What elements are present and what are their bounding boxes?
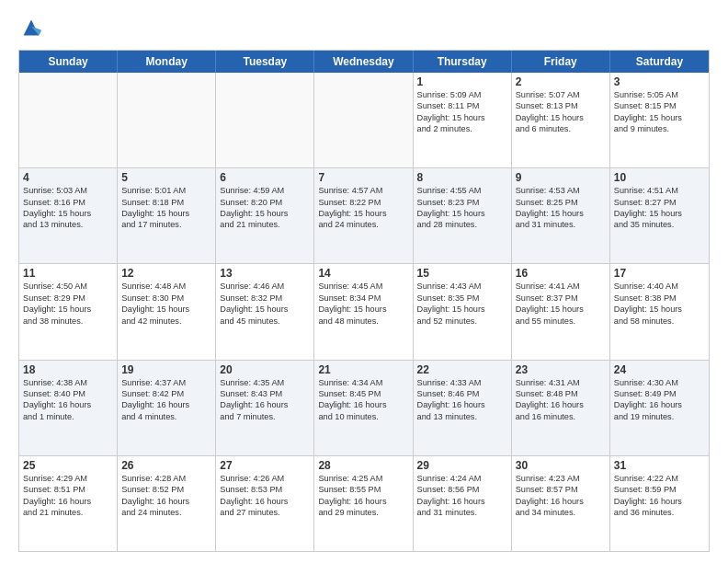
day-number-10: 10 [614, 171, 705, 184]
day-number-30: 30 [516, 459, 606, 472]
day-cell-14: 14Sunrise: 4:45 AM Sunset: 8:34 PM Dayli… [314, 264, 413, 359]
header-day-monday: Monday [118, 51, 216, 73]
cell-info-6: Sunrise: 4:59 AM Sunset: 8:20 PM Dayligh… [220, 185, 310, 231]
day-number-12: 12 [121, 267, 211, 280]
day-cell-10: 10Sunrise: 4:51 AM Sunset: 8:27 PM Dayli… [610, 168, 709, 263]
day-number-8: 8 [417, 171, 507, 184]
day-number-23: 23 [516, 363, 606, 376]
day-cell-20: 20Sunrise: 4:35 AM Sunset: 8:43 PM Dayli… [216, 361, 314, 455]
cell-info-16: Sunrise: 4:41 AM Sunset: 8:37 PM Dayligh… [516, 281, 606, 327]
calendar-row-4: 18Sunrise: 4:38 AM Sunset: 8:40 PM Dayli… [19, 360, 709, 455]
day-cell-13: 13Sunrise: 4:46 AM Sunset: 8:32 PM Dayli… [216, 264, 314, 359]
day-cell-16: 16Sunrise: 4:41 AM Sunset: 8:37 PM Dayli… [512, 264, 610, 359]
day-number-22: 22 [417, 363, 507, 376]
day-number-27: 27 [220, 459, 310, 472]
day-cell-7: 7Sunrise: 4:57 AM Sunset: 8:22 PM Daylig… [314, 168, 413, 263]
cell-info-22: Sunrise: 4:33 AM Sunset: 8:46 PM Dayligh… [417, 377, 507, 423]
cell-info-7: Sunrise: 4:57 AM Sunset: 8:22 PM Dayligh… [318, 185, 408, 231]
cell-info-24: Sunrise: 4:30 AM Sunset: 8:49 PM Dayligh… [614, 377, 705, 423]
header [18, 15, 710, 40]
day-number-24: 24 [614, 363, 705, 376]
day-cell-26: 26Sunrise: 4:28 AM Sunset: 8:52 PM Dayli… [118, 456, 216, 551]
day-cell-12: 12Sunrise: 4:48 AM Sunset: 8:30 PM Dayli… [118, 264, 216, 359]
cell-info-2: Sunrise: 5:07 AM Sunset: 8:13 PM Dayligh… [516, 89, 606, 135]
calendar-row-5: 25Sunrise: 4:29 AM Sunset: 8:51 PM Dayli… [19, 455, 709, 551]
day-cell-30: 30Sunrise: 4:23 AM Sunset: 8:57 PM Dayli… [512, 456, 610, 551]
day-number-4: 4 [23, 171, 113, 184]
day-number-6: 6 [220, 171, 310, 184]
cell-info-4: Sunrise: 5:03 AM Sunset: 8:16 PM Dayligh… [23, 185, 113, 231]
calendar-row-1: 1Sunrise: 5:09 AM Sunset: 8:11 PM Daylig… [19, 73, 709, 167]
header-day-wednesday: Wednesday [314, 51, 413, 73]
empty-cell [118, 73, 216, 167]
day-cell-3: 3Sunrise: 5:05 AM Sunset: 8:15 PM Daylig… [610, 73, 709, 167]
day-number-25: 25 [23, 459, 113, 472]
logo [18, 15, 48, 40]
day-number-20: 20 [220, 363, 310, 376]
cell-info-10: Sunrise: 4:51 AM Sunset: 8:27 PM Dayligh… [614, 185, 705, 231]
cell-info-31: Sunrise: 4:22 AM Sunset: 8:59 PM Dayligh… [614, 473, 705, 519]
day-number-14: 14 [318, 267, 408, 280]
day-cell-4: 4Sunrise: 5:03 AM Sunset: 8:16 PM Daylig… [19, 168, 118, 263]
day-cell-29: 29Sunrise: 4:24 AM Sunset: 8:56 PM Dayli… [414, 456, 512, 551]
cell-info-18: Sunrise: 4:38 AM Sunset: 8:40 PM Dayligh… [23, 377, 113, 423]
day-number-26: 26 [121, 459, 211, 472]
day-cell-19: 19Sunrise: 4:37 AM Sunset: 8:42 PM Dayli… [118, 361, 216, 455]
day-cell-23: 23Sunrise: 4:31 AM Sunset: 8:48 PM Dayli… [512, 361, 610, 455]
cell-info-15: Sunrise: 4:43 AM Sunset: 8:35 PM Dayligh… [417, 281, 507, 327]
cell-info-25: Sunrise: 4:29 AM Sunset: 8:51 PM Dayligh… [23, 473, 113, 519]
day-cell-25: 25Sunrise: 4:29 AM Sunset: 8:51 PM Dayli… [19, 456, 118, 551]
logo-icon [18, 15, 44, 40]
day-cell-6: 6Sunrise: 4:59 AM Sunset: 8:20 PM Daylig… [216, 168, 314, 263]
day-number-2: 2 [516, 75, 606, 88]
header-day-thursday: Thursday [414, 51, 512, 73]
day-cell-1: 1Sunrise: 5:09 AM Sunset: 8:11 PM Daylig… [414, 73, 512, 167]
calendar-row-2: 4Sunrise: 5:03 AM Sunset: 8:16 PM Daylig… [19, 167, 709, 263]
day-number-3: 3 [614, 75, 705, 88]
day-number-21: 21 [318, 363, 408, 376]
header-day-saturday: Saturday [610, 51, 709, 73]
day-number-11: 11 [23, 267, 113, 280]
cell-info-8: Sunrise: 4:55 AM Sunset: 8:23 PM Dayligh… [417, 185, 507, 231]
cell-info-14: Sunrise: 4:45 AM Sunset: 8:34 PM Dayligh… [318, 281, 408, 327]
day-cell-17: 17Sunrise: 4:40 AM Sunset: 8:38 PM Dayli… [610, 264, 709, 359]
day-number-29: 29 [417, 459, 507, 472]
day-cell-24: 24Sunrise: 4:30 AM Sunset: 8:49 PM Dayli… [610, 361, 709, 455]
calendar-row-3: 11Sunrise: 4:50 AM Sunset: 8:29 PM Dayli… [19, 263, 709, 359]
day-cell-5: 5Sunrise: 5:01 AM Sunset: 8:18 PM Daylig… [118, 168, 216, 263]
day-number-9: 9 [516, 171, 606, 184]
day-cell-31: 31Sunrise: 4:22 AM Sunset: 8:59 PM Dayli… [610, 456, 709, 551]
day-cell-28: 28Sunrise: 4:25 AM Sunset: 8:55 PM Dayli… [314, 456, 413, 551]
day-cell-21: 21Sunrise: 4:34 AM Sunset: 8:45 PM Dayli… [314, 361, 413, 455]
cell-info-21: Sunrise: 4:34 AM Sunset: 8:45 PM Dayligh… [318, 377, 408, 423]
svg-marker-0 [24, 20, 40, 36]
cell-info-11: Sunrise: 4:50 AM Sunset: 8:29 PM Dayligh… [23, 281, 113, 327]
day-cell-9: 9Sunrise: 4:53 AM Sunset: 8:25 PM Daylig… [512, 168, 610, 263]
empty-cell [19, 73, 118, 167]
cell-info-27: Sunrise: 4:26 AM Sunset: 8:53 PM Dayligh… [220, 473, 310, 519]
day-cell-8: 8Sunrise: 4:55 AM Sunset: 8:23 PM Daylig… [414, 168, 512, 263]
cell-info-12: Sunrise: 4:48 AM Sunset: 8:30 PM Dayligh… [121, 281, 211, 327]
day-number-31: 31 [614, 459, 705, 472]
day-cell-18: 18Sunrise: 4:38 AM Sunset: 8:40 PM Dayli… [19, 361, 118, 455]
day-cell-27: 27Sunrise: 4:26 AM Sunset: 8:53 PM Dayli… [216, 456, 314, 551]
day-number-17: 17 [614, 267, 705, 280]
day-number-28: 28 [318, 459, 408, 472]
day-cell-15: 15Sunrise: 4:43 AM Sunset: 8:35 PM Dayli… [414, 264, 512, 359]
cell-info-3: Sunrise: 5:05 AM Sunset: 8:15 PM Dayligh… [614, 89, 705, 135]
calendar: SundayMondayTuesdayWednesdayThursdayFrid… [18, 50, 710, 552]
cell-info-17: Sunrise: 4:40 AM Sunset: 8:38 PM Dayligh… [614, 281, 705, 327]
day-cell-2: 2Sunrise: 5:07 AM Sunset: 8:13 PM Daylig… [512, 73, 610, 167]
cell-info-29: Sunrise: 4:24 AM Sunset: 8:56 PM Dayligh… [417, 473, 507, 519]
cell-info-19: Sunrise: 4:37 AM Sunset: 8:42 PM Dayligh… [121, 377, 211, 423]
cell-info-30: Sunrise: 4:23 AM Sunset: 8:57 PM Dayligh… [516, 473, 606, 519]
cell-info-23: Sunrise: 4:31 AM Sunset: 8:48 PM Dayligh… [516, 377, 606, 423]
day-number-13: 13 [220, 267, 310, 280]
day-cell-11: 11Sunrise: 4:50 AM Sunset: 8:29 PM Dayli… [19, 264, 118, 359]
day-number-18: 18 [23, 363, 113, 376]
cell-info-1: Sunrise: 5:09 AM Sunset: 8:11 PM Dayligh… [417, 89, 507, 135]
cell-info-13: Sunrise: 4:46 AM Sunset: 8:32 PM Dayligh… [220, 281, 310, 327]
calendar-body: 1Sunrise: 5:09 AM Sunset: 8:11 PM Daylig… [19, 73, 709, 551]
cell-info-5: Sunrise: 5:01 AM Sunset: 8:18 PM Dayligh… [121, 185, 211, 231]
header-day-sunday: Sunday [19, 51, 118, 73]
